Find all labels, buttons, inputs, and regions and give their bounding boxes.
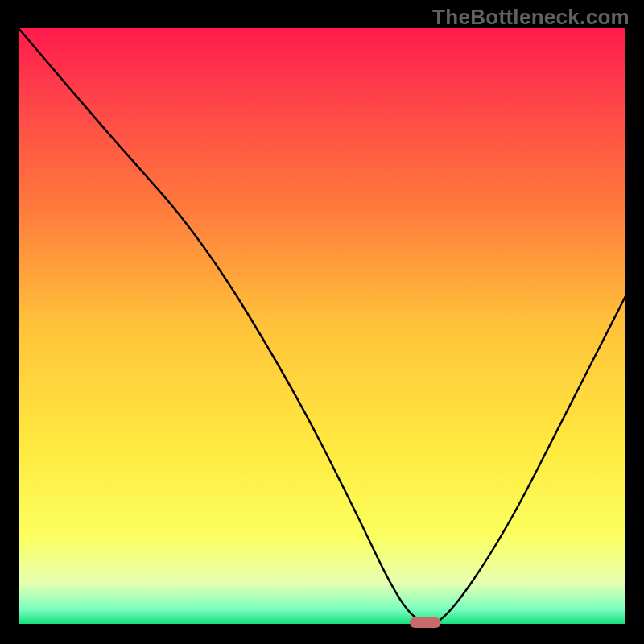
- bottleneck-chart: [0, 0, 644, 644]
- optimal-marker: [410, 617, 440, 628]
- watermark-text: TheBottleneck.com: [432, 5, 630, 30]
- chart-frame: TheBottleneck.com: [0, 0, 644, 644]
- plot-area: [19, 28, 625, 624]
